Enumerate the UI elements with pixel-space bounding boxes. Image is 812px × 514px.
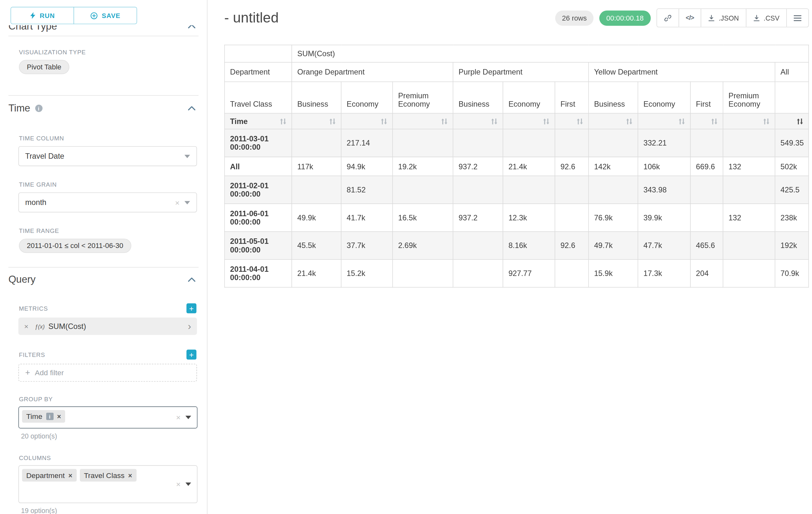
sort-toggle-icon-active[interactable]	[797, 118, 803, 124]
pivot-cell: 70.9k	[775, 260, 809, 288]
pivot-cell	[589, 129, 638, 157]
query-section-header: Query	[0, 274, 207, 286]
row-header: 2011-02-01 00:00:00	[225, 176, 292, 204]
remove-tag-icon[interactable]: ×	[57, 412, 61, 421]
hamburger-icon	[794, 15, 802, 21]
pivot-cell: 669.6	[690, 157, 723, 176]
pivot-cell: 81.52	[341, 176, 393, 204]
sort-cell	[723, 113, 775, 129]
caret-down-icon[interactable]	[184, 154, 190, 158]
metric-chip[interactable]: × ƒ(x) SUM(Cost) ›	[18, 317, 197, 335]
clear-icon[interactable]: ×	[176, 413, 181, 422]
clear-icon[interactable]: ×	[176, 480, 181, 489]
menu-button[interactable]	[786, 9, 809, 27]
group-by-select[interactable]: Time i × ×	[18, 406, 197, 429]
col-header: Business	[589, 82, 638, 113]
query-section-title: Query	[8, 274, 36, 286]
pivot-cell	[393, 129, 453, 157]
run-button[interactable]: RUN	[10, 7, 74, 24]
save-button-label: SAVE	[102, 12, 120, 19]
sort-toggle-icon[interactable]	[381, 118, 387, 124]
pivot-cell: 332.21	[638, 129, 691, 157]
tag-label: Time	[26, 412, 42, 421]
sort-toggle-icon[interactable]	[763, 118, 770, 124]
table-row: All 117k 94.9k 19.2k 937.2 21.4k 92.6 14…	[225, 157, 809, 176]
chevron-up-icon[interactable]	[188, 25, 196, 29]
pivot-cell: 21.4k	[503, 157, 555, 176]
function-icon: ƒ(x)	[35, 323, 45, 330]
add-filter-plus-button[interactable]: +	[186, 350, 196, 359]
pivot-cell: 8.16k	[503, 232, 555, 260]
caret-down-icon[interactable]	[184, 200, 190, 204]
pivot-cell	[393, 176, 453, 204]
chevron-up-icon[interactable]	[188, 277, 196, 282]
pivot-cell: 132	[723, 157, 775, 176]
timer-badge: 00:00:00.18	[600, 10, 650, 25]
caret-down-icon[interactable]	[185, 416, 191, 419]
columns-tag[interactable]: Travel Class ×	[80, 469, 137, 482]
pivot-cell: 21.4k	[292, 260, 341, 288]
travel-class-label: Travel Class	[225, 82, 292, 113]
group-by-options-count: 20 option(s)	[21, 432, 207, 440]
sort-toggle-icon[interactable]	[711, 118, 718, 124]
sort-toggle-icon[interactable]	[280, 118, 286, 124]
time-grain-select[interactable]: month ×	[18, 192, 197, 212]
divider	[8, 267, 198, 268]
metric-name: SUM(Cost)	[49, 322, 86, 330]
save-button[interactable]: SAVE	[74, 7, 137, 24]
columns-label: COLUMNS	[19, 455, 196, 461]
remove-metric-icon[interactable]: ×	[24, 322, 28, 330]
columns-options-count: 19 option(s)	[21, 507, 207, 514]
sort-cell	[393, 113, 453, 129]
sort-toggle-icon[interactable]	[329, 118, 336, 124]
columns-select[interactable]: Department × Travel Class × ×	[18, 465, 197, 503]
time-column-select[interactable]: Travel Date	[18, 146, 197, 166]
remove-tag-icon[interactable]: ×	[68, 471, 72, 479]
time-grain-value: month	[25, 198, 47, 207]
remove-tag-icon[interactable]: ×	[128, 471, 132, 479]
copy-link-button[interactable]	[657, 9, 678, 27]
chart-title: - untitled	[224, 10, 279, 26]
department-header-row: Department Orange Department Purple Depa…	[225, 62, 809, 82]
group-by-tag[interactable]: Time i ×	[22, 410, 65, 423]
chevron-right-icon[interactable]: ›	[188, 321, 191, 331]
add-metric-button[interactable]: +	[186, 303, 196, 313]
plus-icon: +	[189, 304, 194, 313]
plus-icon: +	[25, 368, 30, 377]
col-group-header: Yellow Department	[589, 62, 775, 82]
pivot-cell	[723, 232, 775, 260]
row-count-badge: 26 rows	[555, 10, 594, 25]
clear-icon[interactable]: ×	[175, 198, 179, 207]
pivot-cell: 549.35	[775, 129, 809, 157]
visualization-type-value[interactable]: Pivot Table	[19, 60, 69, 74]
time-label: Time	[230, 117, 248, 125]
table-row: 2011-02-01 00:00:00 81.52 343.98 425.5	[225, 176, 809, 204]
sort-cell	[555, 113, 589, 129]
sort-toggle-icon[interactable]	[577, 118, 583, 124]
chart-type-title: Chart Type	[8, 25, 57, 32]
sort-toggle-icon[interactable]	[626, 118, 633, 124]
sort-toggle-icon[interactable]	[543, 118, 549, 124]
chevron-up-icon[interactable]	[188, 106, 196, 110]
add-filter-box[interactable]: + Add filter	[18, 364, 197, 382]
csv-button-label: .CSV	[763, 14, 780, 22]
sort-toggle-icon[interactable]	[441, 118, 448, 124]
pivot-cell: 192k	[775, 232, 809, 260]
time-range-value[interactable]: 2011-01-01 ≤ col < 2011-06-30	[19, 239, 131, 253]
group-by-label: GROUP BY	[19, 396, 196, 402]
sort-toggle-icon[interactable]	[678, 118, 685, 124]
run-save-group: RUN SAVE	[10, 7, 207, 24]
col-header: Premium Economy	[393, 82, 453, 113]
sort-cell	[453, 113, 502, 129]
download-json-button[interactable]: .JSON	[701, 9, 746, 27]
col-header: First	[690, 82, 723, 113]
sort-toggle-icon[interactable]	[491, 118, 497, 124]
metrics-label-row: METRICS +	[19, 303, 196, 313]
embed-code-button[interactable]: </>	[678, 9, 701, 27]
caret-down-icon[interactable]	[185, 482, 191, 486]
download-csv-button[interactable]: .CSV	[746, 9, 786, 27]
pivot-cell: 19.2k	[393, 157, 453, 176]
columns-tag[interactable]: Department ×	[22, 469, 77, 482]
pivot-cell	[589, 176, 638, 204]
col-group-header: Purple Department	[453, 62, 588, 82]
